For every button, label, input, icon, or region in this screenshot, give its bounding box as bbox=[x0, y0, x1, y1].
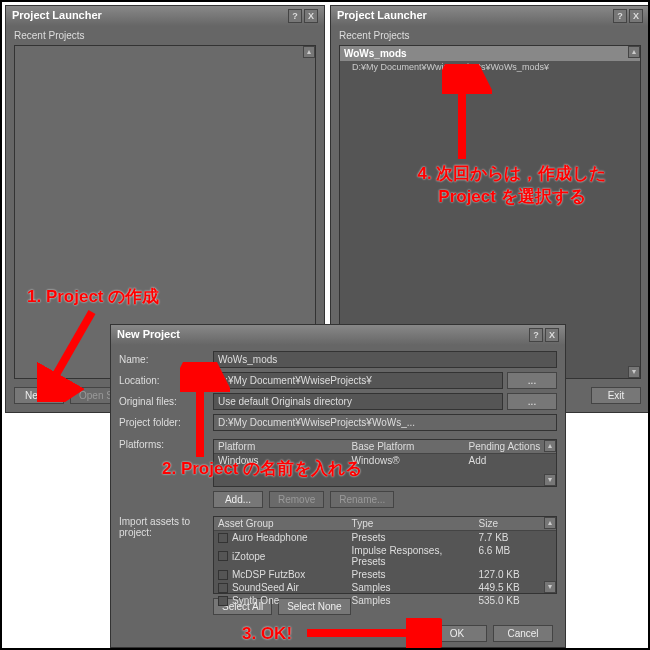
project-folder-value: D:¥My Document¥WwiseProjects¥WoWs_... bbox=[213, 414, 557, 431]
col-type: Type bbox=[352, 518, 479, 529]
cancel-button[interactable]: Cancel bbox=[493, 625, 553, 642]
col-platform: Platform bbox=[218, 441, 352, 452]
ok-button[interactable]: OK bbox=[427, 625, 487, 642]
scroll-up-icon[interactable]: ▴ bbox=[544, 440, 556, 452]
original-files-field[interactable]: Use default Originals directory bbox=[213, 393, 503, 410]
project-folder-label: Project folder: bbox=[119, 417, 209, 428]
table-row[interactable]: Synth OneSamples535.0 KB bbox=[214, 594, 556, 607]
help-icon[interactable]: ? bbox=[613, 9, 627, 23]
name-label: Name: bbox=[119, 354, 209, 365]
scroll-up-icon[interactable]: ▴ bbox=[303, 46, 315, 58]
browse-button[interactable]: ... bbox=[507, 372, 557, 389]
import-assets-label: Import assets to project: bbox=[119, 516, 209, 538]
close-icon[interactable]: X bbox=[304, 9, 318, 23]
window-title: New Project bbox=[117, 328, 180, 342]
help-icon[interactable]: ? bbox=[288, 9, 302, 23]
close-icon[interactable]: X bbox=[629, 9, 643, 23]
checkbox-icon[interactable] bbox=[218, 551, 228, 561]
new-project-dialog: New Project ? X Name: WoWs_mods Location… bbox=[110, 324, 566, 648]
rename-platform-button: Rename... bbox=[330, 491, 394, 508]
list-item-path: D:¥My Document¥WwiseProjects¥WoWs_mods¥ bbox=[340, 61, 640, 73]
checkbox-icon[interactable] bbox=[218, 583, 228, 593]
table-row[interactable]: McDSP FutzBoxPresets127.0 KB bbox=[214, 568, 556, 581]
location-field[interactable]: D:¥My Document¥WwiseProjects¥ bbox=[213, 372, 503, 389]
table-row[interactable]: SoundSeed AirSamples449.5 KB bbox=[214, 581, 556, 594]
exit-button[interactable]: Exit bbox=[591, 387, 641, 404]
window-title: Project Launcher bbox=[12, 9, 102, 23]
table-row[interactable]: iZotopeImpulse Responses, Presets6.6 MB bbox=[214, 544, 556, 568]
col-pending: Pending Actions bbox=[468, 441, 552, 452]
checkbox-icon[interactable] bbox=[218, 596, 228, 606]
checkbox-icon[interactable] bbox=[218, 533, 228, 543]
window-title: Project Launcher bbox=[337, 9, 427, 23]
scroll-down-icon[interactable]: ▾ bbox=[544, 474, 556, 486]
assets-table[interactable]: Asset Group Type Size Auro HeadphonePres… bbox=[213, 516, 557, 594]
location-label: Location: bbox=[119, 375, 209, 386]
recent-projects-label: Recent Projects bbox=[331, 26, 649, 45]
titlebar: Project Launcher ? X bbox=[6, 6, 324, 26]
list-item[interactable]: WoWs_mods bbox=[340, 46, 640, 61]
scroll-up-icon[interactable]: ▴ bbox=[544, 517, 556, 529]
col-base-platform: Base Platform bbox=[352, 441, 469, 452]
scroll-down-icon[interactable]: ▾ bbox=[628, 366, 640, 378]
name-field[interactable]: WoWs_mods bbox=[213, 351, 557, 368]
col-size: Size bbox=[479, 518, 552, 529]
help-icon[interactable]: ? bbox=[529, 328, 543, 342]
remove-platform-button: Remove bbox=[269, 491, 324, 508]
recent-projects-label: Recent Projects bbox=[6, 26, 324, 45]
add-platform-button[interactable]: Add... bbox=[213, 491, 263, 508]
col-asset-group: Asset Group bbox=[218, 518, 352, 529]
original-files-label: Original files: bbox=[119, 396, 209, 407]
platforms-label: Platforms: bbox=[119, 439, 209, 450]
titlebar: New Project ? X bbox=[111, 325, 565, 345]
scroll-down-icon[interactable]: ▾ bbox=[544, 581, 556, 593]
new-button[interactable]: New... bbox=[14, 387, 64, 404]
checkbox-icon[interactable] bbox=[218, 570, 228, 580]
titlebar: Project Launcher ? X bbox=[331, 6, 649, 26]
browse-button[interactable]: ... bbox=[507, 393, 557, 410]
close-icon[interactable]: X bbox=[545, 328, 559, 342]
platforms-table[interactable]: Platform Base Platform Pending Actions W… bbox=[213, 439, 557, 487]
table-row[interactable]: Auro HeadphonePresets7.7 KB bbox=[214, 531, 556, 544]
table-row: Windows Windows® Add bbox=[214, 454, 556, 467]
scroll-up-icon[interactable]: ▴ bbox=[628, 46, 640, 58]
